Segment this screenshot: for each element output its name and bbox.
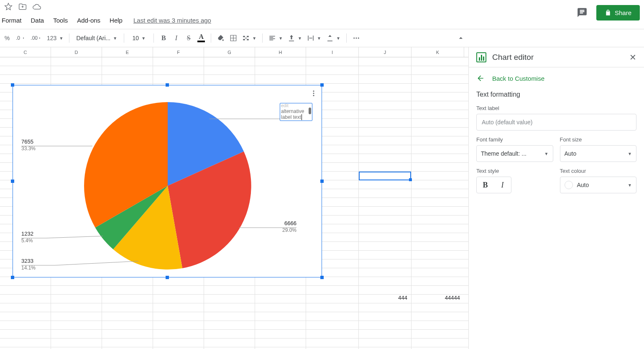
- back-to-customise[interactable]: Back to Customise: [469, 67, 644, 86]
- colour-swatch: [565, 181, 573, 189]
- text-colour-select[interactable]: Auto▼: [560, 177, 637, 193]
- colh-i[interactable]: I: [306, 47, 359, 57]
- colh-k[interactable]: K: [411, 47, 464, 57]
- lock-icon: [605, 9, 611, 16]
- svg-text:14.1%: 14.1%: [21, 265, 36, 271]
- font-family-select[interactable]: Theme default: ...▼: [476, 145, 553, 162]
- colh-j[interactable]: J: [359, 47, 411, 57]
- svg-text:29.0%: 29.0%: [282, 227, 296, 233]
- increase-decimal[interactable]: .00: [29, 32, 43, 44]
- cloud-status-icon[interactable]: [33, 3, 41, 13]
- label-text-label: Text label: [469, 101, 644, 114]
- toolbar: % .0 .00 123▼ Default (Ari...▼ 10▼ B I S…: [0, 29, 644, 47]
- section-text-formatting: Text formatting: [469, 86, 644, 101]
- text-color-button[interactable]: A: [196, 32, 207, 44]
- svg-text:33.3%: 33.3%: [21, 146, 36, 151]
- v-align-button[interactable]: ▼: [286, 32, 304, 44]
- font-size-select[interactable]: Auto▼: [560, 145, 637, 162]
- font-family-selector[interactable]: Default (Ari...▼: [74, 32, 120, 44]
- strikethrough-button[interactable]: S: [183, 32, 194, 44]
- menu-format[interactable]: Format: [2, 17, 22, 24]
- bold-button[interactable]: B: [158, 32, 169, 44]
- menu-addons[interactable]: Add-ons: [77, 17, 100, 24]
- label-text-style: Text style: [476, 168, 553, 174]
- colh-f[interactable]: F: [153, 47, 204, 57]
- chart-object[interactable]: 6666 29.0% 3233 14.1% 1232 5.4% 7655 33.…: [13, 85, 322, 277]
- collapse-toolbar-icon[interactable]: [455, 32, 467, 44]
- menu-help[interactable]: Help: [110, 17, 123, 24]
- fill-handle[interactable]: [409, 178, 412, 181]
- chart-editor-icon: [476, 52, 486, 62]
- share-label: Share: [615, 9, 631, 16]
- comments-button[interactable]: [574, 4, 590, 21]
- arrow-left-icon: [476, 74, 485, 82]
- scrollbar-thumb[interactable]: [309, 108, 311, 114]
- label-text-colour: Text colour: [560, 168, 637, 174]
- close-icon[interactable]: ✕: [629, 52, 636, 62]
- chart-menu-icon[interactable]: [310, 90, 317, 99]
- format-percent[interactable]: %: [2, 32, 13, 44]
- text-rotate-button[interactable]: ▼: [325, 32, 342, 44]
- star-icon[interactable]: [4, 3, 13, 13]
- pie-chart: 6666 29.0% 3233 14.1% 1232 5.4% 7655 33.…: [13, 94, 322, 278]
- svg-point-0: [353, 38, 355, 39]
- text-wrap-button[interactable]: ▼: [305, 32, 323, 44]
- svg-point-1: [355, 38, 357, 39]
- label-font-size: Font size: [560, 136, 637, 143]
- text-label-input[interactable]: [476, 114, 636, 131]
- svg-point-2: [358, 38, 359, 39]
- panel-italic-button[interactable]: I: [494, 177, 511, 193]
- fill-color-button[interactable]: [215, 32, 226, 44]
- svg-text:1232: 1232: [21, 231, 33, 237]
- svg-point-5: [313, 95, 314, 96]
- more-formats[interactable]: 123▼: [45, 32, 65, 44]
- h-align-button[interactable]: ▼: [267, 32, 284, 44]
- svg-text:7655: 7655: [21, 139, 33, 145]
- active-cell[interactable]: [359, 172, 411, 180]
- menu-data[interactable]: Data: [31, 17, 44, 24]
- decrease-decimal[interactable]: .0: [14, 32, 27, 44]
- cell-k28[interactable]: 44444: [411, 295, 462, 301]
- svg-point-4: [313, 93, 314, 94]
- last-edit-link[interactable]: Last edit was 3 minutes ago: [133, 17, 211, 24]
- colh-c[interactable]: C: [0, 47, 51, 57]
- move-icon[interactable]: [18, 3, 27, 13]
- share-button[interactable]: Share: [596, 5, 640, 21]
- panel-title: Chart editor: [492, 53, 534, 62]
- label-font-family: Font family: [476, 136, 553, 143]
- svg-text:5.4%: 5.4%: [21, 238, 33, 244]
- colh-e[interactable]: E: [102, 47, 153, 57]
- svg-point-3: [313, 90, 314, 92]
- cell-j28[interactable]: 444: [359, 295, 409, 301]
- chart-editor-panel: Chart editor ✕ Back to Customise Text fo…: [468, 47, 644, 349]
- colh-h[interactable]: H: [255, 47, 306, 57]
- colh-g[interactable]: G: [204, 47, 255, 57]
- more-toolbar[interactable]: [351, 32, 362, 44]
- menu-tools[interactable]: Tools: [53, 17, 68, 24]
- colh-d[interactable]: D: [51, 47, 102, 57]
- italic-button[interactable]: I: [171, 32, 181, 44]
- svg-text:3233: 3233: [21, 258, 33, 264]
- panel-bold-button[interactable]: B: [477, 177, 494, 193]
- merge-button[interactable]: ▼: [240, 32, 258, 44]
- svg-text:6666: 6666: [284, 220, 296, 226]
- menubar: Format Data Tools Add-ons Help Last edit…: [0, 13, 644, 29]
- pie-label-editor[interactable]: edit alternative label text: [280, 103, 312, 121]
- font-size-selector[interactable]: 10▼: [128, 32, 149, 44]
- borders-button[interactable]: [228, 32, 239, 44]
- text-style-buttons: B I: [476, 177, 511, 193]
